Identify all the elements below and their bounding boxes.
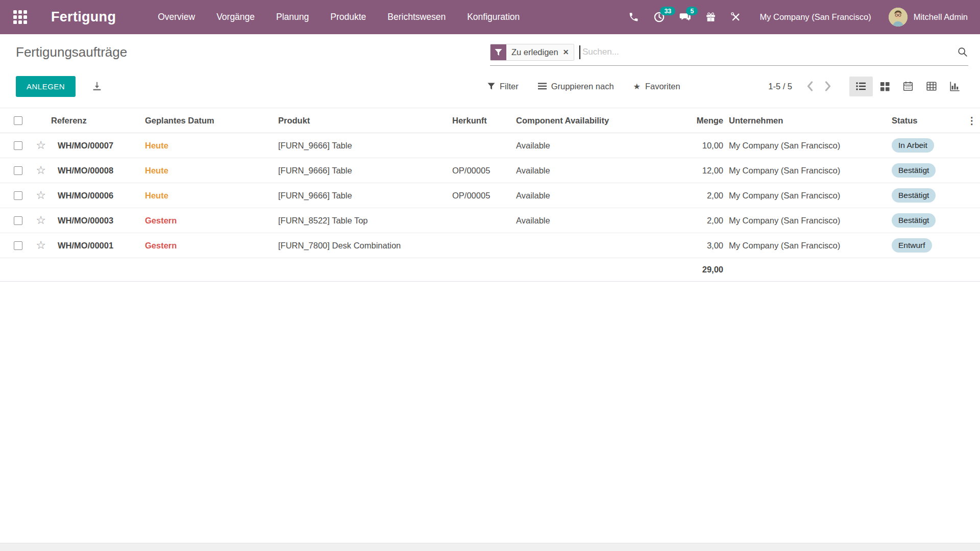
row-checkbox[interactable]	[14, 216, 22, 225]
facet-filter-icon	[491, 44, 506, 60]
cell-company: My Company (San Francisco)	[723, 183, 888, 208]
tools-icon[interactable]	[730, 12, 741, 22]
col-header-produkt[interactable]: Produkt	[278, 108, 452, 133]
manufacturing-orders-table: Referenz Geplantes Datum Produkt Herkunf…	[0, 108, 980, 282]
list-view-button[interactable]	[849, 77, 873, 96]
pager-next-icon[interactable]	[819, 77, 837, 95]
app-name[interactable]: Fertigung	[51, 9, 116, 25]
gift-icon[interactable]	[705, 12, 716, 22]
select-all-checkbox[interactable]	[14, 116, 22, 125]
pager-previous-icon[interactable]	[800, 77, 819, 95]
col-header-status[interactable]: Status	[888, 108, 964, 133]
page-title: Fertigungsaufträge	[16, 44, 127, 60]
col-header-geplantes-datum[interactable]: Geplantes Datum	[145, 108, 278, 133]
col-header-herkunft[interactable]: Herkunft	[452, 108, 516, 133]
table-row[interactable]: ☆WH/MO/00007Heute[FURN_9666] TableAvaila…	[0, 133, 980, 158]
row-star-icon[interactable]: ☆	[31, 233, 51, 258]
pivot-view-button[interactable]	[920, 77, 943, 96]
bottom-scroll-strip[interactable]	[0, 543, 980, 551]
cell-origin: OP/00005	[452, 183, 516, 208]
table-row[interactable]: ☆WH/MO/00008Heute[FURN_9666] TableOP/000…	[0, 158, 980, 183]
pager-range[interactable]: 1-5 / 5	[768, 82, 792, 91]
message-count-badge: 5	[686, 7, 698, 15]
cell-company: My Company (San Francisco)	[723, 133, 888, 158]
optional-columns-toggle-icon[interactable]: ⋮	[964, 108, 980, 133]
app-menu: OverviewVorgängePlanungProdukteBerichtsw…	[158, 12, 520, 22]
favorites-menu[interactable]: ★ Favoriten	[624, 82, 690, 91]
table-row[interactable]: ☆WH/MO/00003Gestern[FURN_8522] Table Top…	[0, 208, 980, 233]
control-panel-top: Fertigungsaufträge Zu erledigen ✕	[0, 34, 980, 70]
table-row[interactable]: ☆WH/MO/00001Gestern[FURN_7800] Desk Comb…	[0, 233, 980, 258]
menu-item-konfiguration[interactable]: Konfiguration	[467, 12, 520, 22]
filter-menu[interactable]: Filter	[487, 82, 528, 91]
row-checkbox[interactable]	[14, 166, 22, 175]
kanban-view-button[interactable]	[873, 77, 896, 96]
status-badge: Bestätigt	[892, 213, 936, 228]
calendar-view-button[interactable]	[896, 77, 920, 96]
row-star-icon[interactable]: ☆	[31, 183, 51, 208]
col-header-unternehmen[interactable]: Unternehmen	[723, 108, 888, 133]
cell-origin	[452, 233, 516, 258]
menu-item-berichtswesen[interactable]: Berichtswesen	[387, 12, 446, 22]
voip-phone-icon[interactable]	[628, 12, 639, 22]
messages-icon[interactable]: 5	[679, 11, 691, 23]
menu-item-overview[interactable]: Overview	[158, 12, 195, 22]
table-row[interactable]: ☆WH/MO/00006Heute[FURN_9666] TableOP/000…	[0, 183, 980, 208]
search-icon[interactable]	[957, 46, 968, 58]
control-panel-buttons: ANLEGEN Filter Gruppieren nach ★ Favorit…	[0, 70, 980, 102]
create-button[interactable]: ANLEGEN	[16, 76, 76, 97]
user-avatar[interactable]	[889, 8, 908, 27]
facet-remove-icon[interactable]: ✕	[563, 48, 569, 56]
row-checkbox[interactable]	[14, 141, 22, 150]
search-bar: Zu erledigen ✕	[490, 39, 968, 66]
menu-item-vorg-nge[interactable]: Vorgänge	[216, 12, 255, 22]
row-checkbox[interactable]	[14, 241, 22, 250]
row-star-icon[interactable]: ☆	[31, 133, 51, 158]
group-by-menu[interactable]: Gruppieren nach	[528, 82, 624, 91]
apps-menu-icon[interactable]	[13, 10, 27, 24]
cell-status: Bestätigt	[888, 158, 964, 183]
status-badge: Bestätigt	[892, 188, 936, 203]
search-options: Filter Gruppieren nach ★ Favoriten	[487, 82, 690, 91]
row-star-icon[interactable]: ☆	[31, 208, 51, 233]
user-menu[interactable]: Mitchell Admin	[914, 12, 968, 22]
cell-origin: OP/00005	[452, 158, 516, 183]
cell-status: In Arbeit	[888, 133, 964, 158]
cell-planned-date: Heute	[145, 133, 278, 158]
graph-view-button[interactable]	[943, 77, 967, 96]
cell-product: [FURN_9666] Table	[278, 158, 452, 183]
cell-status: Bestätigt	[888, 183, 964, 208]
cell-availability	[516, 233, 684, 258]
activity-count-badge: 33	[660, 7, 675, 15]
company-switcher[interactable]: My Company (San Francisco)	[760, 12, 871, 22]
cell-planned-date: Heute	[145, 158, 278, 183]
cell-reference: WH/MO/00001	[51, 233, 145, 258]
cell-availability: Available	[516, 183, 684, 208]
menu-item-planung[interactable]: Planung	[276, 12, 309, 22]
cell-reference: WH/MO/00006	[51, 183, 145, 208]
search-facet: Zu erledigen ✕	[490, 44, 574, 61]
favorites-star-icon: ★	[633, 82, 641, 91]
cell-quantity: 10,00	[684, 133, 723, 158]
status-badge: Entwurf	[892, 238, 932, 253]
cell-product: [FURN_7800] Desk Combination	[278, 233, 452, 258]
cell-planned-date: Gestern	[145, 233, 278, 258]
export-icon[interactable]	[91, 81, 103, 92]
cell-availability: Available	[516, 133, 684, 158]
row-checkbox[interactable]	[14, 191, 22, 200]
col-header-menge[interactable]: Menge	[684, 108, 723, 133]
cell-product: [FURN_9666] Table	[278, 133, 452, 158]
search-input[interactable]	[580, 46, 953, 58]
cell-reference: WH/MO/00003	[51, 208, 145, 233]
cell-company: My Company (San Francisco)	[723, 158, 888, 183]
row-star-icon[interactable]: ☆	[31, 158, 51, 183]
cell-availability: Available	[516, 158, 684, 183]
table-header-row: Referenz Geplantes Datum Produkt Herkunf…	[0, 108, 980, 133]
activities-clock-icon[interactable]: 33	[653, 11, 665, 23]
col-header-referenz[interactable]: Referenz	[51, 108, 145, 133]
cell-quantity: 2,00	[684, 183, 723, 208]
quantity-total: 29,00	[684, 258, 723, 281]
menu-item-produkte[interactable]: Produkte	[330, 12, 366, 22]
top-navbar: Fertigung OverviewVorgängePlanungProdukt…	[0, 0, 980, 34]
col-header-component-availability[interactable]: Component Availability	[516, 108, 684, 133]
